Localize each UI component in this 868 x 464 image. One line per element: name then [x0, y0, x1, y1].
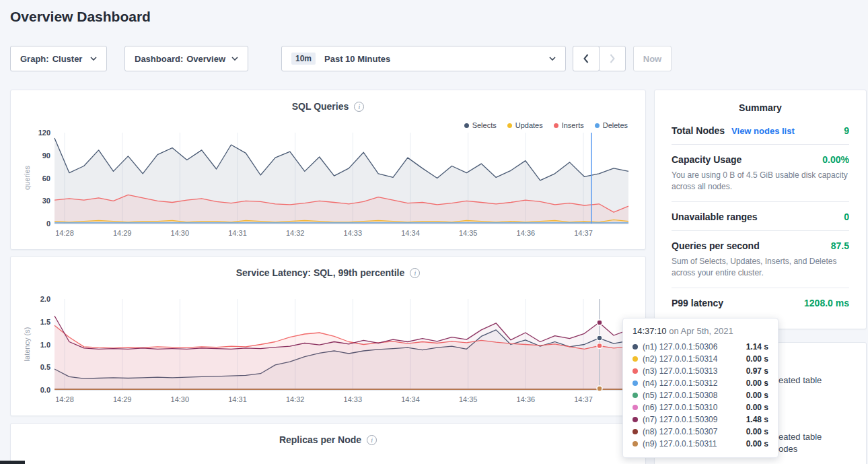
tooltip-node-value: 0.00 s	[746, 439, 768, 449]
summary-row-top: Total NodesView nodes list9	[672, 125, 849, 136]
summary-rows: Total NodesView nodes list9Capacity Usag…	[655, 116, 866, 317]
svg-text:14:28: 14:28	[55, 229, 74, 237]
sql-queries-chart[interactable]: 14:2814:2914:3014:3114:3214:3314:3414:35…	[31, 127, 630, 248]
event-item-fragment: eated table	[779, 432, 822, 442]
summary-row-top: Unavailable ranges0	[672, 211, 849, 222]
y-axis-label-latency: latency (s)	[23, 304, 31, 385]
tooltip-row: (n7) 127.0.0.1:503091.48 s	[632, 413, 768, 426]
svg-text:14:32: 14:32	[286, 229, 305, 237]
summary-row-value: 0	[844, 211, 849, 222]
svg-text:14:36: 14:36	[517, 229, 536, 237]
summary-row-label: P99 latency	[672, 298, 723, 308]
service-latency-chart[interactable]: 14:2814:2914:3014:3114:3214:3314:3414:35…	[31, 294, 630, 415]
svg-text:14:37: 14:37	[574, 229, 593, 237]
svg-text:1.5: 1.5	[40, 318, 50, 326]
tooltip-node-value: 0.00 s	[746, 427, 768, 436]
tooltip-node-value: 1.14 s	[746, 342, 768, 352]
tooltip-node-value: 0.00 s	[746, 354, 768, 364]
event-item-fragment: odes	[779, 444, 797, 454]
dashboard-dropdown-label: Dashboard:	[135, 54, 183, 64]
view-nodes-list-link[interactable]: View nodes list	[731, 126, 795, 136]
chevron-right-icon	[610, 54, 615, 63]
tooltip-rows: (n1) 127.0.0.1:503061.14 s(n2) 127.0.0.1…	[632, 341, 768, 450]
service-latency-card: Service Latency: SQL, 99th percentile la…	[10, 256, 646, 416]
svg-text:14:30: 14:30	[171, 395, 190, 403]
svg-text:14:37: 14:37	[574, 395, 593, 403]
time-range-label: Past 10 Minutes	[324, 54, 390, 64]
node-color-dot-icon	[632, 344, 638, 350]
event-item-fragment: eated table	[779, 375, 822, 385]
tooltip-node-address: (n1) 127.0.0.1:50306	[643, 342, 717, 352]
graph-dropdown-value: Cluster	[52, 54, 83, 64]
time-prev-button[interactable]	[573, 46, 600, 71]
node-color-dot-icon	[632, 441, 638, 446]
chevron-left-icon	[583, 54, 589, 63]
tooltip-node-address: (n6) 127.0.0.1:50310	[643, 403, 717, 412]
svg-text:0.5: 0.5	[40, 363, 50, 371]
dashboard-dropdown[interactable]: Dashboard: Overview	[124, 46, 248, 71]
svg-text:14:33: 14:33	[344, 229, 363, 237]
tooltip-row: (n8) 127.0.0.1:503070.00 s	[632, 426, 768, 438]
tooltip-row: (n6) 127.0.0.1:503100.00 s	[632, 401, 768, 413]
svg-text:14:32: 14:32	[286, 395, 305, 403]
tooltip-node-address: (n7) 127.0.0.1:50309	[643, 415, 717, 424]
svg-text:2.0: 2.0	[40, 295, 50, 303]
node-color-dot-icon	[632, 393, 638, 398]
time-range-dropdown[interactable]: 10m Past 10 Minutes	[281, 46, 566, 71]
svg-text:14:31: 14:31	[228, 229, 247, 237]
svg-text:14:29: 14:29	[113, 229, 132, 237]
node-color-dot-icon	[632, 417, 638, 422]
replicas-per-node-card: Replicas per Node	[10, 423, 646, 464]
svg-text:30: 30	[42, 197, 50, 205]
svg-text:14:35: 14:35	[459, 395, 478, 403]
tooltip-node-address: (n5) 127.0.0.1:50308	[643, 391, 717, 400]
sql-queries-chart-title: SQL Queries	[292, 101, 349, 112]
tooltip-node-address: (n3) 127.0.0.1:50313	[643, 366, 717, 376]
chevron-down-icon	[549, 57, 556, 61]
tooltip-row: (n1) 127.0.0.1:503061.14 s	[632, 341, 768, 353]
summary-row-top: Queries per second87.5	[672, 240, 849, 251]
svg-text:14:36: 14:36	[517, 395, 536, 403]
tooltip-row: (n2) 127.0.0.1:503140.00 s	[632, 353, 768, 365]
summary-row-description: Sum of Selects, Updates, Inserts, and De…	[672, 256, 849, 279]
svg-text:0.0: 0.0	[40, 386, 50, 394]
graph-dropdown-label: Graph:	[20, 54, 49, 64]
clipped-element-artifact	[0, 461, 25, 464]
svg-text:14:35: 14:35	[459, 229, 478, 237]
info-icon[interactable]	[367, 435, 377, 445]
svg-text:120: 120	[38, 129, 50, 137]
time-range-badge: 10m	[291, 53, 316, 65]
tooltip-date: on Apr 5th, 2021	[669, 326, 733, 336]
summary-row-top: P99 latency1208.0 ms	[672, 298, 849, 308]
tooltip-node-address: (n9) 127.0.0.1:50311	[643, 439, 717, 449]
tooltip-header: 14:37:10 on Apr 5th, 2021	[632, 326, 768, 336]
svg-text:1.0: 1.0	[40, 341, 50, 349]
now-button[interactable]: Now	[633, 46, 672, 71]
dashboard-dropdown-value: Overview	[186, 54, 225, 64]
time-next-button[interactable]	[599, 46, 626, 71]
summary-row: Unavailable ranges0	[672, 201, 849, 230]
tooltip-node-address: (n2) 127.0.0.1:50314	[643, 354, 717, 364]
node-color-dot-icon	[632, 368, 638, 374]
summary-row-label: Unavailable ranges	[672, 211, 758, 222]
graph-dropdown[interactable]: Graph: Cluster	[10, 46, 107, 71]
svg-text:60: 60	[42, 174, 50, 183]
summary-row: P99 latency1208.0 ms	[672, 288, 849, 317]
replicas-per-node-chart-title: Replicas per Node	[279, 434, 361, 445]
tooltip-node-value: 0.00 s	[746, 403, 768, 412]
info-icon[interactable]	[410, 268, 420, 278]
tooltip-row: (n4) 127.0.0.1:503120.00 s	[632, 377, 768, 389]
chevron-down-icon	[231, 57, 238, 61]
svg-text:90: 90	[42, 152, 50, 160]
svg-text:14:29: 14:29	[113, 395, 132, 403]
service-latency-chart-title: Service Latency: SQL, 99th percentile	[236, 267, 405, 278]
info-icon[interactable]	[354, 102, 364, 112]
node-color-dot-icon	[632, 405, 638, 410]
summary-row-value: 9	[844, 125, 849, 136]
summary-row-label: Total Nodes	[672, 125, 725, 136]
summary-row-value: 1208.0 ms	[804, 298, 849, 308]
svg-text:0: 0	[46, 220, 50, 228]
node-color-dot-icon	[632, 356, 638, 362]
svg-text:14:28: 14:28	[55, 395, 74, 403]
page-title: Overview Dashboard	[10, 9, 151, 25]
